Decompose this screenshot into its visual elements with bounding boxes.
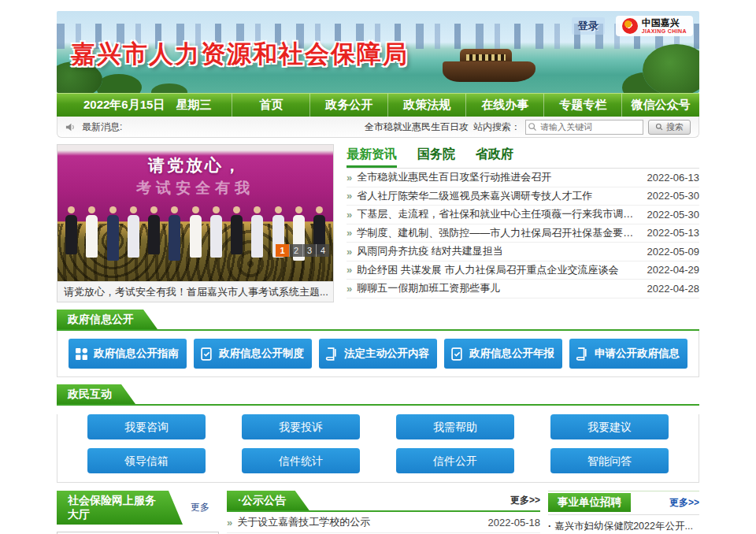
section-header-recruitment: 事业单位招聘 bbox=[548, 493, 631, 512]
nav-item-wechat[interactable]: 微信公众号 bbox=[621, 94, 699, 117]
tree-art-right bbox=[643, 44, 699, 93]
button-leader-mailbox[interactable]: 领导信箱 bbox=[87, 448, 206, 473]
section-social-insurance-hall: 社会保险网上服务大厅 更多 个人(单位)社保证明打印 办事指南 bbox=[57, 491, 219, 534]
arrow-icon: » bbox=[346, 209, 352, 221]
news-item: »助企纾困 共谋发展 市人力社保局召开重点企业交流座谈会2022-04-29 bbox=[346, 261, 699, 280]
tab-provincial-gov[interactable]: 省政府 bbox=[476, 144, 513, 168]
arrow-icon: » bbox=[346, 283, 352, 295]
doc-check-icon bbox=[450, 347, 464, 361]
carousel-slide-photo: 请党放心， 考试安全有我 1 2 3 4 bbox=[57, 145, 333, 281]
nav-date: 2022年6月15日 bbox=[83, 98, 165, 113]
search-button[interactable]: 搜索 bbox=[648, 120, 691, 135]
doc-check-icon bbox=[200, 347, 213, 361]
banner: 嘉兴市人力资源和社会保障局 登录 中国嘉兴 JIAXING CHINA bbox=[57, 11, 699, 93]
section-interaction: 政民互动 我要咨询 我要投诉 我需帮助 我要建议 领导信箱 信件统计 信件公开 … bbox=[57, 384, 699, 483]
jiaxing-logo-icon bbox=[622, 18, 638, 34]
tab-state-council[interactable]: 国务院 bbox=[417, 144, 455, 168]
button-letter-disclosure[interactable]: 信件公开 bbox=[396, 448, 514, 473]
news-item: »全市稳就业惠民生百日攻坚行动推进会召开2022-06-13 bbox=[346, 169, 699, 187]
more-link-insurance[interactable]: 更多 bbox=[191, 501, 209, 514]
button-suggest[interactable]: 我要建议 bbox=[550, 414, 669, 439]
ticker-scroll-text[interactable]: 全市稳就业惠民生百日攻 bbox=[365, 121, 469, 134]
carousel-pager: 1 2 3 4 bbox=[276, 244, 329, 257]
site-search-label: 站内搜索： bbox=[473, 121, 521, 134]
logo-text-en: JIAXING CHINA bbox=[642, 28, 687, 34]
page-container: 嘉兴市人力资源和社会保障局 登录 中国嘉兴 JIAXING CHINA 2022… bbox=[57, 11, 699, 534]
recruitment-item[interactable]: 嘉兴市妇幼保健院2022年公开... bbox=[548, 515, 699, 534]
button-request-disclosure[interactable]: 申请公开政府信息 bbox=[569, 339, 687, 369]
button-disclosure-system[interactable]: 政府信息公开制度 bbox=[194, 339, 312, 369]
arrow-icon: » bbox=[346, 264, 352, 276]
news-panel: 最新资讯 国务院 省政府 »全市稳就业惠民生百日攻坚行动推进会召开2022-06… bbox=[346, 144, 699, 302]
carousel-caption[interactable]: 请党放心，考试安全有我！首届嘉兴市人事考试系统主题... bbox=[57, 281, 333, 302]
section-header-interaction: 政民互动 bbox=[57, 384, 135, 404]
tab-latest-news[interactable]: 最新资讯 bbox=[346, 144, 397, 168]
nav-item-special-topics[interactable]: 专题专栏 bbox=[543, 94, 621, 117]
button-mandatory-disclosure[interactable]: 法定主动公开内容 bbox=[319, 339, 437, 369]
button-need-help[interactable]: 我需帮助 bbox=[396, 414, 514, 439]
arrow-icon: » bbox=[227, 517, 232, 528]
book-icon bbox=[325, 347, 339, 361]
news-item: »学制度、建机制、强防控——市人力社保局召开社保基金要情专题学习会2022-05… bbox=[346, 224, 699, 243]
button-complain[interactable]: 我要投诉 bbox=[242, 414, 360, 439]
more-link-recruitment[interactable]: 更多>> bbox=[669, 496, 699, 510]
news-item: »风雨同舟齐抗疫 结对共建显担当2022-05-09 bbox=[346, 243, 699, 261]
main-nav: 2022年6月15日 星期三 首页 政务公开 政策法规 在线办事 专题专栏 微信… bbox=[57, 93, 699, 117]
jiaxing-china-logo[interactable]: 中国嘉兴 JIAXING CHINA bbox=[616, 16, 693, 36]
pager-dot-2[interactable]: 2 bbox=[289, 244, 302, 257]
news-item: »聊聊五一假期加班工资那些事儿2022-04-28 bbox=[346, 280, 699, 299]
nav-weekday: 星期三 bbox=[176, 98, 211, 113]
button-letter-stats[interactable]: 信件统计 bbox=[242, 448, 360, 473]
nav-item-home[interactable]: 首页 bbox=[232, 94, 309, 117]
slide-banner-text-2: 考试安全有我 bbox=[57, 178, 333, 198]
login-button[interactable]: 登录 bbox=[572, 17, 605, 35]
button-annual-report[interactable]: 政府信息公开年报 bbox=[444, 339, 562, 369]
photo-carousel[interactable]: 请党放心， 考试安全有我 1 2 3 4 请党放心，考试安全有我！首届嘉兴市人事… bbox=[57, 144, 334, 302]
section-header-info-disclosure: 政府信息公开 bbox=[57, 310, 158, 329]
speaker-icon bbox=[65, 122, 76, 132]
more-link-announcements[interactable]: 更多>> bbox=[510, 494, 540, 510]
slide-banner-text-1: 请党放心， bbox=[57, 154, 333, 176]
banner-top-bar: 登录 中国嘉兴 JIAXING CHINA bbox=[572, 16, 693, 36]
search-button-icon bbox=[655, 123, 664, 132]
section-announcements: ·公示公告 更多>> »关于设立嘉善技工学校的公示2022-05-18 »关于公… bbox=[227, 491, 540, 534]
arrow-icon: » bbox=[346, 227, 352, 239]
site-title: 嘉兴市人力资源和社会保障局 bbox=[71, 38, 409, 71]
section-info-disclosure: 政府信息公开 政府信息公开指南 政府信息公开制度 法定主动公开内容 政府信息公开… bbox=[57, 310, 699, 377]
red-boat-art bbox=[443, 61, 536, 82]
logo-text-cn: 中国嘉兴 bbox=[642, 18, 687, 28]
button-consult[interactable]: 我要咨询 bbox=[87, 414, 206, 439]
arrow-icon: » bbox=[346, 172, 352, 184]
pager-dot-1[interactable]: 1 bbox=[276, 244, 289, 257]
news-ticker-bar: 最新消息: 全市稳就业惠民生百日攻 站内搜索： 搜索 bbox=[57, 117, 699, 138]
book-icon bbox=[576, 347, 589, 361]
section-header-insurance-hall: 社会保险网上服务大厅 bbox=[57, 491, 183, 525]
button-disclosure-guide[interactable]: 政府信息公开指南 bbox=[69, 339, 187, 369]
arrow-icon: » bbox=[346, 246, 352, 258]
news-item: »下基层、走流程，省社保和就业中心主任项薇一行来我市调研 “国统” 上线情况20… bbox=[346, 206, 699, 224]
section-recruitment: 事业单位招聘 更多>> 嘉兴市妇幼保健院2022年公开... 2022年嘉兴市属… bbox=[548, 491, 699, 534]
search-icon bbox=[528, 122, 538, 132]
section-header-announcements: ·公示公告 bbox=[227, 491, 309, 510]
search-input[interactable] bbox=[525, 120, 643, 135]
button-smart-qa[interactable]: 智能问答 bbox=[550, 448, 669, 473]
pager-dot-3[interactable]: 3 bbox=[302, 244, 316, 257]
announcement-item: »关于设立嘉善技工学校的公示2022-05-18 bbox=[227, 512, 540, 533]
news-item: »省人社厅陈荣华二级巡视员来嘉兴调研专技人才工作2022-05-30 bbox=[346, 187, 699, 206]
grid-icon bbox=[75, 347, 88, 361]
nav-item-gov-disclosure[interactable]: 政务公开 bbox=[309, 94, 387, 117]
nav-item-policies[interactable]: 政策法规 bbox=[387, 94, 465, 117]
ticker-label: 最新消息: bbox=[82, 121, 122, 134]
pager-dot-4[interactable]: 4 bbox=[316, 244, 329, 257]
nav-item-online-services[interactable]: 在线办事 bbox=[465, 94, 543, 117]
arrow-icon: » bbox=[346, 190, 352, 202]
